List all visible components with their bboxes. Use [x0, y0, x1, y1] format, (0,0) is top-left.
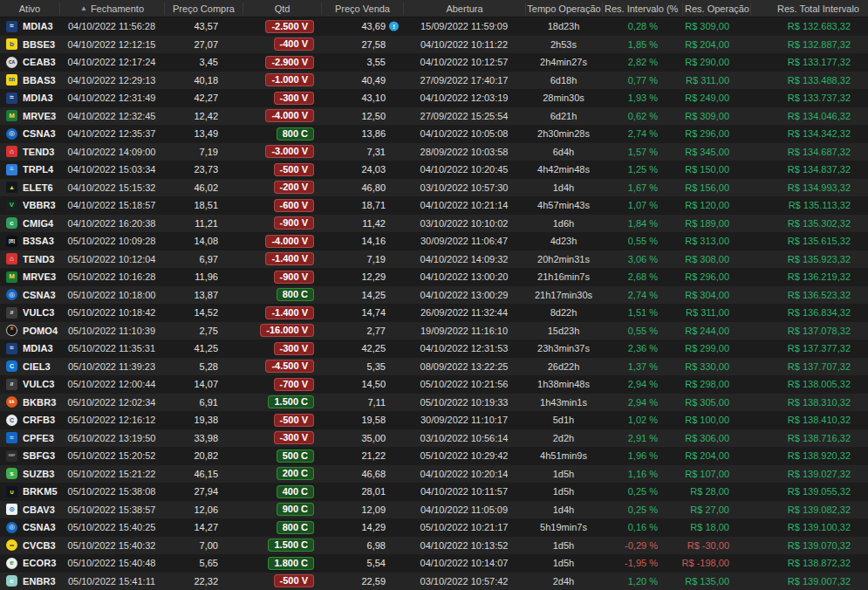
column-header-res-total-intervalo[interactable]: Res. Total Intervalo — [750, 3, 868, 15]
cell-res-operacao: R$ 150,00 — [682, 161, 750, 179]
qty-badge: -700 V — [274, 378, 314, 391]
table-row[interactable]: b BBSE3 04/10/2022 12:12:15 27,07 -400 V… — [0, 36, 868, 54]
column-header-fechamento[interactable]: ▲Fechamento — [59, 3, 164, 15]
column-header-res-operacao[interactable]: Res. Operação — [682, 3, 750, 15]
qty-badge: 1.500 C — [268, 539, 314, 552]
cell-fechamento: 05/10/2022 15:21:22 — [59, 465, 164, 484]
qty-badge: -900 V — [274, 271, 314, 284]
qty-badge: -900 V — [274, 216, 314, 230]
table-row[interactable]: SBF SBFG3 05/10/2022 15:20:52 20,82 500 … — [0, 447, 868, 465]
cell-fechamento: 04/10/2022 15:18:57 — [59, 196, 164, 215]
column-header-preco-venda[interactable]: Preço Venda — [321, 3, 403, 15]
table-row[interactable]: ◎ CSNA3 05/10/2022 10:18:00 13,87 800 C … — [0, 286, 868, 305]
table-row[interactable]: ∪ BRKM5 05/10/2022 15:38:08 27,94 400 C … — [0, 483, 868, 501]
table-row[interactable]: ≈ MDIA3 04/10/2022 12:31:49 42,27 -300 V… — [0, 89, 868, 107]
qty-badge: -500 V — [274, 574, 314, 587]
cell-res-total-intervalo: R$ 138.410,32 — [750, 411, 868, 429]
ticker-label: BKBR3 — [23, 397, 56, 408]
table-row[interactable]: ∞ CVCB3 05/10/2022 15:40:32 7,00 1.500 C… — [0, 537, 868, 555]
table-row[interactable]: // VULC3 05/10/2022 12:00:44 14,07 -700 … — [0, 375, 868, 394]
cell-abertura: 03/10/2022 10:57:30 — [403, 179, 525, 197]
preco-venda-value: 43,69 — [361, 21, 386, 31]
table-row[interactable]: M MRVE3 04/10/2022 12:32:45 12,42 -4.000… — [0, 107, 868, 126]
table-row[interactable]: ▲ ELET6 04/10/2022 15:15:32 46,02 -200 V… — [0, 179, 868, 197]
cell-qtd: 200 C — [243, 465, 321, 484]
table-row[interactable]: // VULC3 05/10/2022 10:18:42 14,52 -1.40… — [0, 304, 868, 322]
cell-preco-venda: 19,58 ! — [321, 411, 403, 429]
table-row[interactable]: BB BBAS3 04/10/2022 12:29:13 40,18 -1.00… — [0, 72, 868, 90]
cell-res-total-intervalo: R$ 132.887,32 — [750, 36, 868, 54]
table-row[interactable]: c CMIG4 04/10/2022 16:20:38 11,21 -900 V… — [0, 215, 868, 233]
ticker-logo-icon: CA — [6, 57, 17, 68]
cell-res-intervalo: 1,16 % — [602, 465, 682, 484]
table-row[interactable]: CA CEAB3 04/10/2022 12:17:24 3,45 -2.900… — [0, 53, 868, 72]
table-row[interactable]: e ENBR3 05/10/2022 15:41:11 22,32 -500 V… — [0, 573, 868, 590]
column-header-res-intervalo[interactable]: Res. Intervalo (% — [602, 3, 682, 15]
table-row[interactable]: * POMO4 05/10/2022 11:10:39 2,75 -16.000… — [0, 322, 868, 340]
table-row[interactable]: ≈ MDIA3 05/10/2022 11:35:31 41,25 -300 V… — [0, 340, 868, 358]
column-header-qtd[interactable]: Qtd — [243, 3, 321, 15]
column-header-ativo[interactable]: Ativo — [0, 3, 59, 15]
table-row[interactable]: [B] B3SA3 05/10/2022 10:09:28 14,08 -4.0… — [0, 232, 868, 250]
table-row[interactable]: bk BKBR3 05/10/2022 12:02:34 6,91 1.500 … — [0, 394, 868, 412]
cell-res-intervalo: 2,74 % — [602, 125, 682, 143]
cell-ativo: e ENBR3 — [0, 573, 59, 590]
cell-ativo: ⌂ TEND3 — [0, 250, 59, 269]
cell-fechamento: 05/10/2022 15:41:11 — [59, 573, 164, 590]
table-row[interactable]: ⌂ TEND3 04/10/2022 14:09:00 7,19 -3.000 … — [0, 143, 868, 161]
column-header-preco-compra[interactable]: Preço Compra — [164, 3, 243, 15]
cell-preco-compra: 42,27 — [164, 89, 243, 107]
table-row[interactable]: ◎ CSNA3 04/10/2022 12:35:37 13,49 800 C … — [0, 125, 868, 143]
cell-preco-venda: 7,31 ! — [321, 143, 403, 161]
cell-res-intervalo: 1,85 % — [602, 36, 682, 54]
info-icon[interactable]: ! — [389, 22, 399, 31]
ticker-label: CSNA3 — [23, 522, 56, 532]
cell-res-total-intervalo: R$ 135.923,32 — [750, 250, 868, 269]
cell-res-operacao: R$ 304,00 — [682, 286, 750, 305]
qty-badge: 900 C — [277, 503, 314, 516]
preco-venda-value: 46,80 — [361, 182, 386, 193]
table-row[interactable]: C CRFB3 05/10/2022 12:16:12 19,38 -500 V… — [0, 411, 868, 429]
column-header-abertura[interactable]: Abertura — [403, 3, 525, 15]
table-row[interactable]: V VBBR3 04/10/2022 15:18:57 18,51 -600 V… — [0, 196, 868, 215]
cell-res-total-intervalo: R$ 134.687,32 — [750, 143, 868, 161]
qty-badge: -600 V — [274, 199, 314, 212]
cell-preco-venda: 18,71 ! — [321, 196, 403, 215]
ticker-label: VBBR3 — [23, 200, 56, 210]
cell-tempo-operacao: 6d4h — [525, 143, 602, 161]
cell-res-total-intervalo: R$ 133.737,32 — [750, 89, 868, 107]
cell-ativo: ⊙ CBAV3 — [0, 501, 59, 519]
cell-preco-venda: 14,25 ! — [321, 286, 403, 305]
ticker-logo-icon: * — [6, 325, 17, 336]
table-row[interactable]: C CIEL3 05/10/2022 11:39:23 5,28 -4.500 … — [0, 358, 868, 376]
cell-preco-venda: 43,10 ! — [321, 89, 403, 107]
table-row[interactable]: M MRVE3 05/10/2022 10:16:28 11,96 -900 V… — [0, 268, 868, 286]
cell-res-total-intervalo: R$ 139.055,32 — [750, 483, 868, 501]
table-row[interactable]: ≡ TRPL4 04/10/2022 15:03:34 23,73 -500 V… — [0, 161, 868, 179]
cell-res-operacao: R$ 299,00 — [682, 340, 750, 358]
ticker-logo-icon: [B] — [6, 236, 17, 247]
table-row[interactable]: ◎ CSNA3 05/10/2022 15:40:25 14,27 800 C … — [0, 518, 868, 537]
table-row[interactable]: ⌂ TEND3 05/10/2022 10:12:04 6,97 -1.400 … — [0, 250, 868, 269]
ticker-logo-icon: c — [6, 217, 17, 229]
cell-tempo-operacao: 28min30s — [525, 89, 602, 107]
cell-res-total-intervalo: R$ 137.078,32 — [750, 322, 868, 340]
cell-res-total-intervalo: R$ 139.027,32 — [750, 465, 868, 484]
ticker-label: MDIA3 — [23, 93, 53, 103]
preco-venda-value: 46,68 — [361, 469, 386, 479]
column-label: Tempo Operação — [527, 3, 600, 14]
cell-fechamento: 05/10/2022 13:19:50 — [59, 429, 164, 448]
cell-tempo-operacao: 1d4h — [525, 179, 602, 197]
cell-res-total-intervalo: R$ 138.872,32 — [750, 554, 868, 573]
table-row[interactable]: e ECOR3 05/10/2022 15:40:48 5,65 1.800 C… — [0, 554, 868, 573]
table-row[interactable]: ⊙ CBAV3 05/10/2022 15:38:57 12,06 900 C … — [0, 501, 868, 519]
cell-qtd: -4.500 V — [243, 358, 321, 376]
table-row[interactable]: ≈ MDIA3 04/10/2022 11:56:28 43,57 -2.500… — [0, 17, 868, 36]
column-header-tempo-operacao[interactable]: Tempo Operação — [525, 3, 602, 15]
cell-preco-venda: 6,98 ! — [321, 537, 403, 555]
table-row[interactable]: ≈ CPFE3 05/10/2022 13:19:50 33,98 -300 V… — [0, 429, 868, 448]
table-row[interactable]: s SUZB3 05/10/2022 15:21:22 46,15 200 C … — [0, 465, 868, 484]
cell-preco-venda: 28,01 ! — [321, 483, 403, 501]
cell-qtd: -1.000 V — [243, 72, 321, 90]
cell-res-intervalo: 2,74 % — [602, 286, 682, 305]
